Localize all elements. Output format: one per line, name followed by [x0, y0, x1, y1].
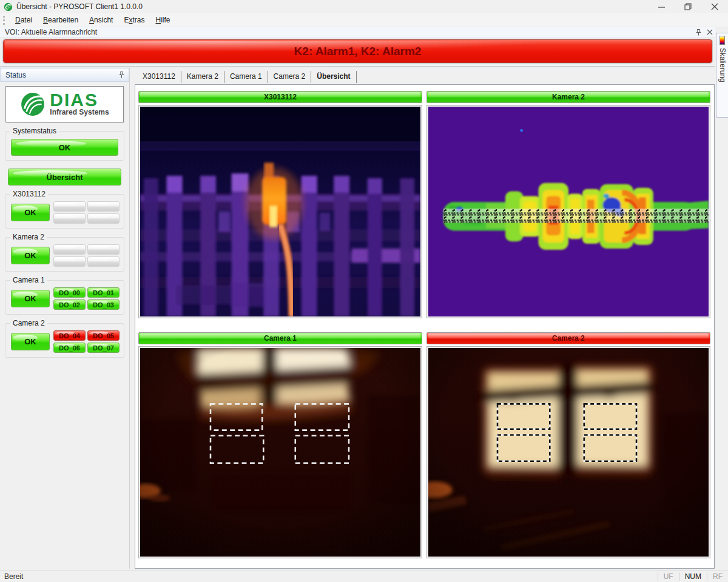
dias-logo: DIAS Infrared Systems — [5, 86, 124, 122]
do-lamp-do01[interactable]: DO_01 — [87, 287, 120, 298]
pin-icon[interactable] — [695, 28, 702, 36]
skalierung-tab-label: Skalierung — [718, 48, 727, 82]
alarm-dock-header: VOI: Aktuelle Alarmnachricht — [0, 27, 715, 38]
thermal-image-kamera2 — [426, 105, 710, 318]
alarm-message: K2: Alarm1, K2: Alarm2 — [294, 45, 422, 58]
do-lamp[interactable] — [87, 256, 120, 267]
camera-view-camera1: Camera 1 — [138, 332, 422, 558]
skalierung-tab[interactable]: Skalierung — [716, 33, 728, 118]
alarm-banner: K2: Alarm1, K2: Alarm2 — [3, 39, 712, 63]
statusbar: Bereit UF NUM RF — [0, 570, 728, 582]
tab-x3013112[interactable]: X3013112 — [137, 71, 181, 83]
titlebar: Übersicht - PYROSOFT Client1 1.0.0.0 — [0, 0, 728, 13]
camera-group-x3013112: X3013112 OK — [5, 194, 124, 229]
right-tab-strip: Skalierung — [715, 27, 728, 570]
dias-logo-icon — [20, 92, 46, 117]
minimize-button[interactable] — [648, 0, 675, 13]
thermal-image-camera2 — [426, 346, 710, 558]
statusbar-rf: RF — [707, 572, 728, 581]
do-lamp[interactable] — [53, 213, 86, 224]
window-title: Übersicht - PYROSOFT Client1 1.0.0.0 — [16, 2, 143, 11]
uebersicht-button[interactable]: Übersicht — [8, 169, 121, 186]
do-lamp-do07[interactable]: DO_07 — [87, 343, 120, 353]
camera-group-camera1: Camera 1 OK DO_00 DO_01 DO_02 DO_03 — [5, 280, 124, 315]
overview-content: X3013112 — [135, 84, 715, 569]
app-logo-icon — [4, 2, 13, 12]
statusbar-uf: UF — [658, 572, 679, 581]
do-lamp[interactable] — [87, 244, 120, 255]
do-lamp-do04[interactable]: DO_04 — [53, 330, 86, 341]
main-area: X3013112 Kamera 2 Camera 1 Camera 2 Über… — [133, 68, 715, 569]
kamera2-ok-button[interactable]: OK — [11, 247, 50, 264]
camera-group-camera2: Camera 2 OK DO_04 DO_05 DO_06 DO_07 — [5, 323, 124, 358]
menu-bearbeiten[interactable]: Bearbeiten — [38, 14, 84, 26]
menubar: Datei Bearbeiten Ansicht Extras Hilfe — [0, 13, 728, 27]
dias-brand: DIAS — [50, 92, 109, 108]
systemstatus-group: Systemstatus OK — [5, 131, 124, 161]
toolbar-grip — [3, 16, 6, 25]
colorbar-icon — [720, 36, 725, 45]
menu-extras[interactable]: Extras — [118, 14, 150, 26]
camera-view-header: Kamera 2 — [426, 91, 710, 103]
do-lamp[interactable] — [53, 256, 86, 267]
do-lamp[interactable] — [53, 201, 86, 212]
close-button[interactable] — [701, 0, 728, 13]
camera-view-header: X3013112 — [138, 91, 422, 103]
camera-view-camera2: Camera 2 — [426, 332, 710, 558]
statusbar-num: NUM — [679, 572, 707, 581]
do-lamp-do03[interactable]: DO_03 — [87, 299, 120, 310]
status-panel: Status DIAS Infrared Systems Systemstatu… — [0, 68, 130, 569]
systemstatus-ok-button[interactable]: OK — [11, 139, 118, 156]
thermal-image-x3013112 — [138, 105, 422, 318]
camera1-ok-button[interactable]: OK — [11, 290, 50, 307]
tab-camera2[interactable]: Camera 2 — [268, 71, 312, 83]
tab-camera1[interactable]: Camera 1 — [224, 71, 268, 83]
restore-button[interactable] — [675, 0, 701, 13]
tab-kamera2[interactable]: Kamera 2 — [181, 71, 224, 83]
do-lamp[interactable] — [87, 213, 120, 224]
statusbar-ready: Bereit — [0, 572, 23, 581]
do-lamp[interactable] — [87, 201, 120, 212]
camera2-ok-button[interactable]: OK — [11, 333, 50, 350]
thermal-image-camera1 — [138, 346, 422, 558]
do-lamp-do00[interactable]: DO_00 — [53, 287, 86, 298]
systemstatus-label: Systemstatus — [10, 127, 59, 135]
menu-ansicht[interactable]: Ansicht — [84, 14, 118, 26]
camera-view-x3013112: X3013112 — [138, 91, 422, 318]
dias-subtitle: Infrared Systems — [50, 108, 109, 116]
menu-hilfe[interactable]: Hilfe — [150, 14, 176, 26]
status-panel-title: Status — [5, 71, 26, 79]
alarm-dock-title: VOI: Aktuelle Alarmnachricht — [5, 28, 97, 36]
camera-view-header: Camera 2 — [426, 332, 710, 344]
x3013112-ok-button[interactable]: OK — [11, 204, 50, 221]
do-lamp-do05[interactable]: DO_05 — [87, 330, 120, 341]
close-panel-icon[interactable] — [707, 29, 713, 35]
tab-uebersicht[interactable]: Übersicht — [311, 71, 356, 83]
menu-datei[interactable]: Datei — [10, 14, 38, 26]
status-panel-header: Status — [0, 68, 129, 82]
camera-group-kamera2: Kamera 2 OK — [5, 237, 124, 272]
do-lamp[interactable] — [53, 244, 86, 255]
alarm-dock-panel: VOI: Aktuelle Alarmnachricht K2: Alarm1,… — [0, 27, 715, 67]
pin-icon[interactable] — [118, 71, 125, 79]
do-lamp-do02[interactable]: DO_02 — [53, 299, 86, 310]
camera-view-header: Camera 1 — [138, 332, 422, 344]
view-tabs: X3013112 Kamera 2 Camera 1 Camera 2 Über… — [133, 68, 715, 83]
camera-view-kamera2: Kamera 2 — [426, 91, 710, 318]
do-lamp-do06[interactable]: DO_06 — [53, 343, 86, 353]
